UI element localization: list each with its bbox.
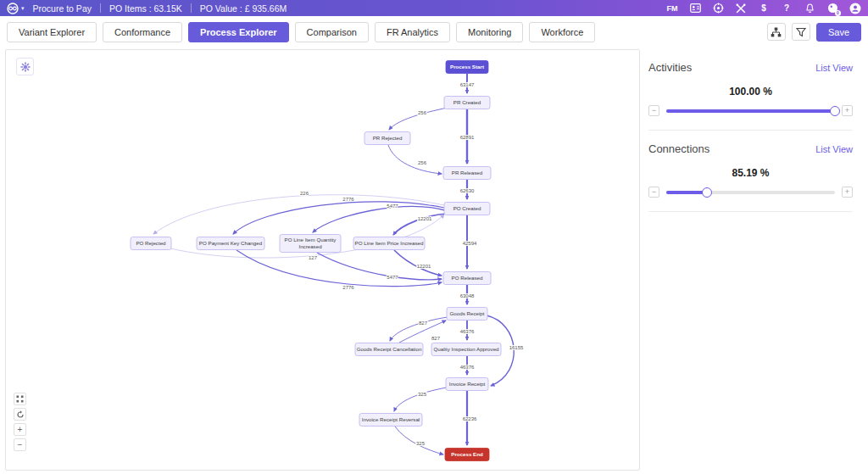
activities-list-view-link[interactable]: List View: [815, 63, 853, 73]
view-tabs: Variant ExplorerConformanceProcess Explo…: [7, 22, 595, 42]
view-tabbar: Variant ExplorerConformanceProcess Explo…: [0, 16, 868, 47]
chevron-down-icon: ▾: [21, 5, 25, 12]
edge-count-goods-receipt-to-quality-inspection-approved: 46376: [460, 329, 475, 334]
edge-count-po-created-to-po-rejected: 226: [300, 191, 309, 196]
node-quality-inspection-approved[interactable]: Quality Inspection Approved: [431, 343, 501, 356]
edge-count-goods-receipt-cancellation-to-goods-receipt: 827: [431, 336, 441, 341]
edge-po-line-item-price-increased-to-po-released[interactable]: [394, 250, 442, 276]
edge-count-invoice-receipt-to-process-end: 62236: [463, 416, 477, 421]
tab-workforce[interactable]: Workforce: [529, 22, 595, 42]
connections-slider[interactable]: [666, 191, 835, 194]
node-pr-created[interactable]: PR Created: [444, 97, 490, 109]
id-card-icon[interactable]: [689, 3, 701, 14]
node-po-line-item-price-increased[interactable]: PO Line Item Price Increased: [353, 237, 425, 250]
node-label: PO Rejected: [136, 240, 166, 246]
node-goods-receipt-cancellation[interactable]: Goods Receipt Cancellation: [355, 343, 423, 356]
node-label: Invoice Receipt Reversal: [362, 416, 420, 422]
app-logo[interactable]: ▾: [7, 3, 25, 14]
zoom-in-button[interactable]: +: [14, 423, 26, 436]
edge-count-invoice-receipt-reversal-to-process-end: 325: [416, 441, 426, 446]
activities-decrease-button[interactable]: −: [648, 105, 659, 116]
node-label: Process Start: [450, 64, 484, 70]
edge-count-po-payment-key-changed-to-po-released: 2776: [342, 285, 354, 290]
user-avatar[interactable]: [849, 3, 861, 14]
tab-monitoring[interactable]: Monitoring: [456, 22, 523, 42]
currency-icon[interactable]: $: [758, 3, 770, 14]
edge-pr-rejected-to-pr-released[interactable]: [388, 145, 442, 174]
node-label: PO Line Item Quantity: [285, 237, 337, 243]
connections-slider-thumb[interactable]: [702, 187, 712, 198]
edge-po-payment-key-changed-to-po-released[interactable]: [236, 250, 442, 287]
node-label: PR Released: [452, 170, 483, 176]
diagram-settings-button[interactable]: [16, 58, 34, 75]
tab-fr-analytics[interactable]: FR Analytics: [375, 22, 450, 42]
connections-title: Connections: [648, 142, 709, 155]
node-goods-receipt[interactable]: Goods Receipt: [447, 308, 487, 321]
node-invoice-receipt[interactable]: Invoice Receipt: [446, 378, 488, 391]
zoom-out-button[interactable]: −: [14, 438, 26, 451]
process-hierarchy-button[interactable]: [767, 23, 786, 41]
save-button[interactable]: Save: [816, 23, 861, 42]
activities-increase-button[interactable]: +: [842, 105, 853, 116]
edge-count-po-line-item-price-increased-to-po-released: 12201: [417, 264, 431, 269]
edge-count-pr-released-to-po-created: 62630: [460, 188, 475, 193]
edge-count-pr-created-to-pr-rejected: 256: [418, 110, 427, 115]
node-po-rejected[interactable]: PO Rejected: [131, 237, 171, 250]
node-po-line-item-quantity-increased[interactable]: PO Line Item QuantityIncreased: [280, 235, 341, 253]
node-label: Quality Inspection Approved: [433, 346, 499, 352]
notification-badge: 0: [835, 10, 841, 16]
explorer-side-panel: Activities List View 100.00 % − + Connec…: [645, 49, 866, 471]
edge-count-process-start-to-pr-created: 63147: [460, 82, 475, 87]
tab-conformance[interactable]: Conformance: [103, 22, 182, 42]
tab-process-explorer[interactable]: Process Explorer: [188, 22, 289, 42]
edge-count-invoice-receipt-to-invoice-receipt-reversal: 325: [418, 392, 427, 397]
node-label: Goods Receipt Cancellation: [357, 346, 422, 352]
zoom-controls: + −: [14, 393, 26, 451]
notifications-bell-icon[interactable]: [804, 3, 815, 14]
edge-count-po-rejected-to-po-created: 127: [309, 255, 318, 260]
reset-view-button[interactable]: [14, 408, 26, 421]
logo-icon: [7, 3, 19, 14]
filter-button[interactable]: [792, 23, 810, 41]
fit-icon: [16, 395, 24, 403]
settings-globe-icon[interactable]: [712, 3, 724, 14]
tools-icon[interactable]: [735, 3, 747, 14]
activities-section: Activities List View 100.00 % − +: [648, 61, 853, 131]
tab-comparison[interactable]: Comparison: [295, 22, 369, 42]
fit-to-screen-button[interactable]: [14, 393, 26, 405]
node-label: PO Line Item Price Increased: [355, 240, 424, 246]
user-initials[interactable]: FM: [666, 3, 678, 14]
node-pr-rejected[interactable]: PR Rejected: [364, 132, 410, 145]
connections-increase-button[interactable]: +: [842, 187, 853, 198]
node-process-start[interactable]: Process Start: [446, 61, 488, 74]
reset-icon: [16, 410, 25, 419]
connections-decrease-button[interactable]: −: [648, 187, 659, 198]
topbar: ▾ Procure to Pay PO Items : 63.15K PO Va…: [0, 0, 868, 16]
edge-count-goods-receipt-to-invoice-receipt: 16155: [509, 345, 524, 350]
help-icon[interactable]: ?: [781, 3, 793, 14]
connections-list-view-link[interactable]: List View: [815, 144, 853, 154]
updates-icon[interactable]: 0: [826, 3, 838, 14]
edge-count-po-created-to-po-line-item-price-increased: 12201: [418, 216, 432, 221]
edge-count-po-created-to-po-payment-key-changed: 2776: [342, 197, 354, 202]
node-pr-released[interactable]: PR Released: [443, 167, 491, 180]
edge-count-po-created-to-po-released: 42594: [463, 241, 477, 246]
edge-count-pr-created-to-pr-released: 62891: [460, 135, 475, 140]
node-invoice-receipt-reversal[interactable]: Invoice Receipt Reversal: [359, 414, 422, 427]
process-explorer-canvas[interactable]: 6314725662891256626302262776547712201127…: [5, 49, 640, 471]
process-flow-diagram[interactable]: 6314725662891256626302262776547712201127…: [6, 50, 639, 470]
po-value-stat: PO Value : £ 935.66M: [200, 3, 287, 14]
edge-count-pr-rejected-to-pr-released: 256: [418, 160, 427, 165]
process-title[interactable]: Procure to Pay: [33, 3, 92, 14]
node-process-end[interactable]: Process End: [445, 449, 489, 461]
activities-slider-thumb[interactable]: [830, 106, 840, 116]
activities-percent: 100.00 %: [648, 86, 853, 98]
node-po-released[interactable]: PO Released: [443, 272, 491, 285]
node-po-payment-key-changed[interactable]: PO Payment Key Changed: [197, 237, 264, 250]
node-label: PR Rejected: [373, 135, 403, 141]
node-po-created[interactable]: PO Created: [444, 203, 490, 215]
divider: [191, 3, 192, 13]
activities-slider[interactable]: [666, 109, 835, 113]
gear-icon: [20, 62, 31, 72]
tab-variant-explorer[interactable]: Variant Explorer: [7, 22, 97, 42]
